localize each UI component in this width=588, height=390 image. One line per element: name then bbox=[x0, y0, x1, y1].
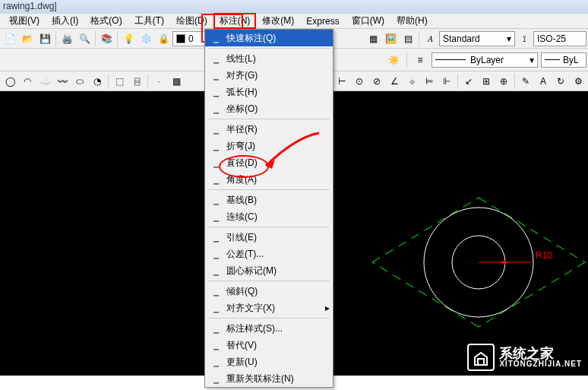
document-title: rawing1.dwg] bbox=[3, 1, 57, 11]
dim-text-icon[interactable]: A bbox=[535, 73, 552, 90]
svg-line-2 bbox=[372, 262, 479, 327]
menu-item-label: 标注样式(S)... bbox=[223, 322, 330, 335]
menu-draw[interactable]: 绘图(D) bbox=[170, 13, 213, 29]
radius-icon: ⎯ bbox=[208, 123, 223, 135]
lock-icon[interactable]: 🔒 bbox=[155, 30, 172, 47]
menu-modify[interactable]: 修改(M) bbox=[256, 13, 300, 29]
hatch-icon[interactable]: ▦ bbox=[365, 30, 381, 47]
preview-icon[interactable]: 🔍 bbox=[76, 30, 93, 47]
center-icon: ⎯ bbox=[208, 265, 223, 277]
text-style-icon[interactable]: 𝐴 bbox=[422, 30, 438, 47]
leader-icon[interactable]: ↙ bbox=[460, 73, 477, 90]
dim-ord-icon[interactable]: ⊢ bbox=[334, 73, 350, 90]
baseline-icon: ⎯ bbox=[208, 194, 223, 206]
menu-item-diameter-icon[interactable]: ⎯直径(D) bbox=[205, 154, 333, 171]
linetype-combo[interactable]: ByLayer ▾ bbox=[432, 52, 538, 68]
dim-ang-icon[interactable]: ∠ bbox=[386, 73, 403, 90]
layer-state-icon[interactable]: 💡 bbox=[120, 30, 137, 47]
menu-item-dim-style-icon[interactable]: ⎯标注样式(S)... bbox=[205, 320, 333, 337]
menu-item-reassoc-icon[interactable]: ⎯重新关联标注(N) bbox=[205, 370, 333, 387]
dim-dia-icon[interactable]: ⊘ bbox=[368, 73, 385, 90]
menu-item-radius-icon[interactable]: ⎯半径(R) bbox=[205, 121, 333, 138]
menu-item-label: 快速标注(Q) bbox=[223, 32, 330, 45]
layers-icon[interactable]: 📚 bbox=[98, 30, 115, 47]
dim-base-icon[interactable]: ⊨ bbox=[421, 73, 438, 90]
radius-label: R10 bbox=[536, 250, 552, 261]
menu-item-continue-icon[interactable]: ⎯连续(C) bbox=[205, 208, 333, 225]
text-style-combo[interactable]: Standard ▾ bbox=[439, 31, 515, 46]
update-icon: ⎯ bbox=[208, 356, 223, 368]
table-icon[interactable]: ▤ bbox=[400, 30, 416, 47]
dim-style-icon[interactable]: ⟟ bbox=[516, 30, 533, 47]
menu-item-arc-icon[interactable]: ⎯弧长(H) bbox=[205, 84, 333, 100]
arc-icon[interactable]: ◠ bbox=[19, 73, 36, 90]
menu-window[interactable]: 窗口(W) bbox=[346, 13, 390, 29]
menu-item-label: 直径(D) bbox=[223, 157, 330, 170]
circle-icon[interactable]: ◯ bbox=[2, 73, 18, 90]
menu-item-center-icon[interactable]: ⎯圆心标记(M) bbox=[205, 262, 333, 279]
ltype-mgr-icon[interactable]: ≡ bbox=[412, 52, 428, 68]
hatch-icon2[interactable]: ▩ bbox=[168, 73, 185, 90]
menu-item-leader-icon[interactable]: ⎯引线(E) bbox=[205, 229, 333, 246]
quick-dim-icon: ⎯ bbox=[208, 32, 223, 44]
dim-update-icon[interactable]: ↻ bbox=[552, 73, 569, 90]
ordinate-icon: ⎯ bbox=[208, 103, 223, 115]
lineweight-combo[interactable]: ByL bbox=[541, 52, 586, 68]
menu-item-label: 对齐(G) bbox=[223, 69, 330, 82]
open-icon[interactable]: 📂 bbox=[19, 30, 36, 47]
menu-item-baseline-icon[interactable]: ⎯基线(B) bbox=[205, 192, 333, 208]
menu-format[interactable]: 格式(O) bbox=[84, 13, 128, 29]
block-icon[interactable]: ⬚ bbox=[111, 73, 128, 90]
diameter-icon: ⎯ bbox=[208, 157, 223, 169]
menu-express[interactable]: Express bbox=[300, 14, 345, 28]
menu-help[interactable]: 帮助(H) bbox=[390, 13, 434, 29]
menu-tools[interactable]: 工具(T) bbox=[128, 13, 170, 29]
menu-item-jogged-icon[interactable]: ⎯折弯(J) bbox=[205, 138, 333, 154]
raster-icon[interactable]: 🖼️ bbox=[382, 30, 399, 47]
watermark: 系统之家 XITONGZHIJIA.NET bbox=[467, 344, 582, 371]
svg-line-0 bbox=[479, 198, 585, 262]
menu-item-tolerance-icon[interactable]: ⎯公差(T)... bbox=[205, 246, 333, 262]
dim-edit-icon[interactable]: ✎ bbox=[517, 73, 534, 90]
freeze-icon[interactable]: ❄️ bbox=[138, 30, 154, 47]
submenu-arrow-icon: ▸ bbox=[325, 303, 330, 313]
menu-dimension[interactable]: 标注(N) bbox=[213, 13, 257, 29]
dim-style-value: ISO-25 bbox=[537, 33, 566, 44]
ellipse-icon[interactable]: ⬭ bbox=[71, 73, 88, 90]
dim-rad-icon[interactable]: ⊙ bbox=[351, 73, 368, 90]
menu-item-update-icon[interactable]: ⎯更新(U) bbox=[205, 354, 333, 370]
tolerance-icon[interactable]: ⊞ bbox=[478, 73, 495, 90]
ellipse-arc-icon[interactable]: ◔ bbox=[89, 73, 106, 90]
menu-item-aligned-icon[interactable]: ⎯对齐(G) bbox=[205, 67, 333, 84]
oblique-icon: ⎯ bbox=[208, 285, 223, 297]
menu-item-label: 半径(R) bbox=[223, 123, 330, 136]
menu-item-linear-icon[interactable]: ⎯线性(L) bbox=[205, 50, 333, 67]
menu-item-oblique-icon[interactable]: ⎯倾斜(Q) bbox=[205, 283, 333, 300]
menu-view[interactable]: 视图(V) bbox=[3, 13, 46, 29]
menu-item-quick-dim-icon[interactable]: ⎯快速标注(Q) bbox=[205, 30, 333, 46]
dim-quick-icon[interactable]: ⟐ bbox=[403, 73, 420, 90]
menu-item-label: 重新关联标注(N) bbox=[223, 373, 330, 385]
menu-item-ordinate-icon[interactable]: ⎯坐标(O) bbox=[205, 100, 333, 117]
menu-item-label: 坐标(O) bbox=[223, 103, 330, 116]
menu-insert[interactable]: 插入(I) bbox=[46, 13, 84, 29]
menu-item-override-icon[interactable]: ⎯替代(V) bbox=[205, 337, 333, 354]
insert-icon[interactable]: ⌸ bbox=[128, 73, 145, 90]
new-icon[interactable]: 📄 bbox=[2, 30, 18, 47]
save-icon[interactable]: 💾 bbox=[36, 30, 53, 47]
jogged-icon: ⎯ bbox=[208, 140, 223, 152]
menu-item-align-text-icon[interactable]: ⎯对齐文字(X)▸ bbox=[205, 300, 333, 316]
menu-item-label: 角度(A) bbox=[223, 173, 330, 186]
dim-style-mgr-icon[interactable]: ⚙ bbox=[570, 73, 586, 90]
plot-icon[interactable]: 🖨️ bbox=[58, 30, 75, 47]
menu-item-angular-icon[interactable]: ⎯角度(A) bbox=[205, 171, 333, 188]
dim-style-combo[interactable]: ISO-25 bbox=[533, 31, 586, 46]
rev-icon[interactable]: ☁️ bbox=[36, 73, 53, 90]
spline-icon[interactable]: 〰️ bbox=[54, 73, 71, 90]
ltype-icon[interactable]: ☀️ bbox=[385, 52, 402, 68]
center-icon[interactable]: ⊕ bbox=[495, 73, 512, 90]
point-icon[interactable]: · bbox=[150, 73, 167, 90]
linetype-value: ByLayer bbox=[470, 55, 504, 65]
dim-cont-icon[interactable]: ⊩ bbox=[438, 73, 455, 90]
menu-item-label: 对齐文字(X) bbox=[223, 302, 325, 315]
